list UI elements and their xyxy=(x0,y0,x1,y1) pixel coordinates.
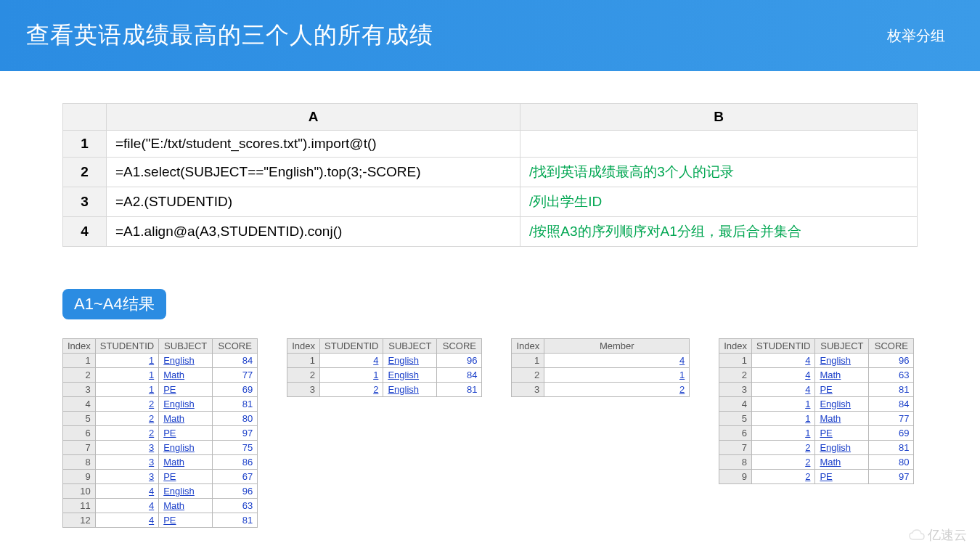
cell-index: 4 xyxy=(63,397,96,412)
cell-studentid: 2 xyxy=(752,455,815,470)
cloud-icon xyxy=(909,529,925,541)
table-row: 61PE69 xyxy=(719,426,914,441)
table-row: 31PE69 xyxy=(63,383,258,397)
cell-index: 2 xyxy=(719,368,752,383)
t3-body: 142132 xyxy=(512,354,690,397)
results-row: Index STUDENTID SUBJECT SCORE 11English8… xyxy=(62,338,918,528)
cell-subject: Math xyxy=(815,455,869,470)
table-row: 62PE97 xyxy=(63,426,258,441)
code-cell-a: =file("E:/txt/student_scores.txt").impor… xyxy=(107,131,520,158)
cell-score: 80 xyxy=(213,412,258,426)
cell-subject: English xyxy=(383,368,437,383)
cell-index: 3 xyxy=(63,383,96,397)
slide-title: 查看英语成绩最高的三个人的所有成绩 xyxy=(26,20,433,52)
cell-score: 63 xyxy=(869,368,914,383)
cell-score: 96 xyxy=(437,354,482,368)
table-row: 14English96 xyxy=(719,354,914,368)
th-index: Index xyxy=(287,339,320,354)
cell-index: 3 xyxy=(719,383,752,397)
th-score: SCORE xyxy=(213,339,258,354)
results-badge: A1~A4结果 xyxy=(62,289,166,319)
table-row: 51Math77 xyxy=(719,412,914,426)
cell-subject: PE xyxy=(159,383,213,397)
table-row: 32English81 xyxy=(287,383,482,397)
cell-subject: English xyxy=(383,383,437,397)
cell-member: 2 xyxy=(544,383,690,397)
table-row: 93PE67 xyxy=(63,470,258,484)
th-subject: SUBJECT xyxy=(159,339,213,354)
watermark-text: 亿速云 xyxy=(928,526,967,544)
cell-index: 4 xyxy=(719,397,752,412)
cell-subject: English xyxy=(159,397,213,412)
table-row: 92PE97 xyxy=(719,470,914,484)
cell-index: 7 xyxy=(63,441,96,455)
code-row-num: 2 xyxy=(63,158,107,187)
cell-index: 9 xyxy=(63,470,96,484)
cell-index: 5 xyxy=(719,412,752,426)
code-cell-a: =A2.(STUDENTID) xyxy=(107,187,520,217)
cell-score: 84 xyxy=(437,368,482,383)
cell-index: 2 xyxy=(512,368,544,383)
cell-studentid: 4 xyxy=(95,484,158,499)
cell-index: 8 xyxy=(719,455,752,470)
table-row: 42English81 xyxy=(63,397,258,412)
cell-score: 77 xyxy=(869,412,914,426)
table-row: 34PE81 xyxy=(719,383,914,397)
table-row: 82Math80 xyxy=(719,455,914,470)
code-row-num: 1 xyxy=(63,131,107,158)
cell-index: 12 xyxy=(63,513,96,528)
cell-index: 1 xyxy=(63,354,96,368)
th-index: Index xyxy=(719,339,752,354)
cell-score: 84 xyxy=(869,397,914,412)
table-row: 24Math63 xyxy=(719,368,914,383)
cell-subject: English xyxy=(815,354,869,368)
slide-content: A B 1 =file("E:/txt/student_scores.txt")… xyxy=(0,71,980,528)
code-row: 2 =A1.select(SUBJECT=="English").top(3;-… xyxy=(63,158,918,187)
cell-score: 81 xyxy=(437,383,482,397)
table-row: 114Math63 xyxy=(63,499,258,513)
code-cell-b xyxy=(520,131,918,158)
code-cell-a: =A1.align@a(A3,STUDENTID).conj() xyxy=(107,217,520,247)
th-index: Index xyxy=(63,339,96,354)
cell-subject: English xyxy=(815,397,869,412)
code-col-b-header: B xyxy=(520,104,918,131)
cell-score: 81 xyxy=(213,513,258,528)
t1-body: 11English8421Math7731PE6942English8152Ma… xyxy=(63,354,258,528)
cell-subject: Math xyxy=(159,455,213,470)
cell-score: 97 xyxy=(869,470,914,484)
code-row: 3 =A2.(STUDENTID) /列出学生ID xyxy=(63,187,918,217)
th-subject: SUBJECT xyxy=(383,339,437,354)
cell-index: 3 xyxy=(512,383,544,397)
cell-subject: Math xyxy=(159,499,213,513)
cell-studentid: 2 xyxy=(95,426,158,441)
cell-studentid: 1 xyxy=(752,412,815,426)
th-studentid: STUDENTID xyxy=(752,339,815,354)
cell-studentid: 4 xyxy=(752,383,815,397)
cell-studentid: 1 xyxy=(752,426,815,441)
cell-score: 69 xyxy=(213,383,258,397)
cell-studentid: 1 xyxy=(95,368,158,383)
cell-studentid: 4 xyxy=(95,499,158,513)
cell-index: 5 xyxy=(63,412,96,426)
cell-studentid: 2 xyxy=(95,412,158,426)
table-row: 21English84 xyxy=(287,368,482,383)
table-row: 41English84 xyxy=(719,397,914,412)
cell-studentid: 1 xyxy=(95,354,158,368)
th-studentid: STUDENTID xyxy=(95,339,158,354)
cell-subject: PE xyxy=(815,470,869,484)
cell-score: 84 xyxy=(213,354,258,368)
cell-score: 67 xyxy=(213,470,258,484)
table-row: 11English84 xyxy=(63,354,258,368)
cell-studentid: 4 xyxy=(320,354,383,368)
cell-index: 2 xyxy=(63,368,96,383)
cell-member: 4 xyxy=(544,354,690,368)
cell-index: 1 xyxy=(719,354,752,368)
code-row: 1 =file("E:/txt/student_scores.txt").imp… xyxy=(63,131,918,158)
code-grid: A B 1 =file("E:/txt/student_scores.txt")… xyxy=(62,103,918,247)
cell-score: 80 xyxy=(869,455,914,470)
cell-subject: English xyxy=(159,354,213,368)
t4-body: 14English9624Math6334PE8141English8451Ma… xyxy=(719,354,914,484)
cell-subject: English xyxy=(383,354,437,368)
cell-index: 7 xyxy=(719,441,752,455)
cell-subject: PE xyxy=(815,426,869,441)
